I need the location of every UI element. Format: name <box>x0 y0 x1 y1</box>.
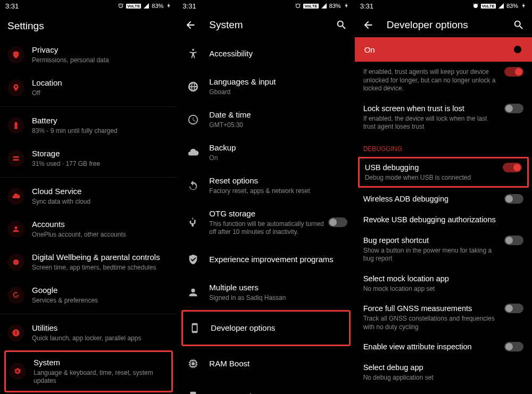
item-system[interactable]: SystemLanguage & keyboard, time, reset, … <box>6 352 171 391</box>
storage-icon <box>7 150 24 167</box>
memory-icon <box>185 355 202 372</box>
item-reset[interactable]: Reset optionsFactory reset, apps & netwo… <box>177 169 354 202</box>
item-experience[interactable]: Experience improvement programs <box>177 243 354 276</box>
clock-icon <box>185 111 202 128</box>
item-mock-location[interactable]: Select mock location appNo mock location… <box>355 269 532 298</box>
dev-list[interactable]: If enabled, trust agents will keep your … <box>355 62 532 394</box>
master-toggle[interactable] <box>503 45 522 54</box>
highlight-usb-debugging: USB debuggingDebug mode when USB is conn… <box>358 157 529 188</box>
item-developer-options[interactable]: Developer options <box>183 312 348 345</box>
item-lock-screen-trust[interactable]: Lock screen when trust is lostIf enabled… <box>355 98 532 137</box>
item-otg[interactable]: OTG storageThis function will be automat… <box>177 202 354 243</box>
master-toggle-row[interactable]: On <box>355 37 532 62</box>
item-battery[interactable]: Battery83% - 9 min until fully charged <box>0 109 177 142</box>
item-wireless-adb[interactable]: Wireless ADB debugging <box>355 189 532 209</box>
volte-badge: VoLTE <box>126 4 141 9</box>
app-bar: System <box>177 12 354 37</box>
item-select-debug-app[interactable]: Select debug appNo debug application set <box>355 357 532 387</box>
status-time: 3:31 <box>5 2 19 10</box>
status-bar: 3:31 VoLTE 83% <box>0 0 177 12</box>
item-location[interactable]: LocationOff <box>0 71 177 104</box>
svg-point-1 <box>192 49 194 51</box>
item-cloud[interactable]: Cloud ServiceSync data with cloud <box>0 180 177 213</box>
item-accessibility[interactable]: Accessibility <box>177 37 354 70</box>
app-bar: Developer options <box>355 12 532 37</box>
privacy-icon <box>7 46 24 63</box>
volte-badge: VoLTE <box>481 4 496 9</box>
back-button[interactable] <box>185 19 196 31</box>
lock-trust-toggle[interactable] <box>504 104 523 113</box>
status-right: VoLTE 83% <box>118 3 172 9</box>
cloud-icon <box>7 188 24 205</box>
status-bar: 3:31 VoLTE 83% <box>177 0 354 12</box>
item-revoke-usb[interactable]: Revoke USB debugging authorizations <box>355 209 532 230</box>
divider <box>0 177 177 178</box>
wellbeing-icon <box>7 254 24 271</box>
system-list[interactable]: Accessibility Languages & inputGboard Da… <box>177 37 354 394</box>
accessibility-icon <box>185 45 202 62</box>
panel-developer-options: 3:31 VoLTE 83% Developer options On If e… <box>355 0 532 394</box>
status-time: 3:31 <box>182 2 196 10</box>
signal-icon <box>143 3 149 9</box>
settings-list[interactable]: PrivacyPermissions, personal data Locati… <box>0 38 177 394</box>
item-wellbeing[interactable]: Digital Wellbeing & parental controlsScr… <box>0 246 177 279</box>
update-icon <box>185 388 202 394</box>
back-button[interactable] <box>362 19 374 31</box>
system-icon <box>9 363 26 380</box>
svg-point-0 <box>13 259 19 265</box>
page-title: Developer options <box>387 19 500 31</box>
item-backup[interactable]: BackupOn <box>177 136 354 169</box>
item-bug-report[interactable]: Bug report shortcutShow a button in the … <box>355 230 532 269</box>
bug-report-toggle[interactable] <box>504 236 523 245</box>
item-privacy[interactable]: PrivacyPermissions, personal data <box>0 38 177 71</box>
highlight-system: SystemLanguage & keyboard, time, reset, … <box>4 350 173 392</box>
status-right: VoLTE 83% <box>295 3 349 9</box>
item-google[interactable]: GoogleServices & preferences <box>0 279 177 312</box>
location-icon <box>7 79 24 96</box>
reset-icon <box>185 177 202 194</box>
panel-system: 3:31 VoLTE 83% System Accessibility Lang… <box>177 0 354 394</box>
item-ram-boost[interactable]: RAM Boost <box>177 347 354 380</box>
item-system-updates[interactable]: System updates <box>177 380 354 394</box>
battery-text: 83% <box>506 3 518 9</box>
status-time: 3:31 <box>360 2 373 10</box>
item-accounts[interactable]: AccountsOnePlus account, other accounts <box>0 213 177 246</box>
signal-icon <box>321 3 327 9</box>
charge-icon <box>520 3 527 9</box>
utilities-icon <box>7 324 24 341</box>
battery-icon <box>7 117 24 134</box>
page-title: System <box>209 19 322 31</box>
item-date-time[interactable]: Date & timeGMT+05:30 <box>177 103 354 136</box>
search-button[interactable] <box>513 19 525 31</box>
wireless-adb-toggle[interactable] <box>504 194 523 204</box>
otg-toggle[interactable] <box>328 217 347 227</box>
trust-agents-toggle[interactable] <box>504 67 523 77</box>
signal-icon <box>498 3 504 9</box>
phone-icon <box>186 320 203 337</box>
item-storage[interactable]: Storage31% used · 177 GB free <box>0 142 177 175</box>
shield-check-icon <box>185 251 202 268</box>
master-toggle-label: On <box>364 45 503 54</box>
search-button[interactable] <box>336 19 347 31</box>
item-utilities[interactable]: UtilitiesQuick launch, app locker, paral… <box>0 316 177 349</box>
view-attr-toggle[interactable] <box>504 342 523 351</box>
battery-text: 83% <box>329 3 341 9</box>
status-right: VoLTE 83% <box>472 3 527 9</box>
alarm-icon <box>295 3 301 9</box>
item-usb-debugging[interactable]: USB debuggingDebug mode when USB is conn… <box>360 158 527 186</box>
item-languages[interactable]: Languages & inputGboard <box>177 70 354 103</box>
page-title: Settings <box>0 12 177 38</box>
item-users[interactable]: Multiple usersSigned in as Sadiq Hassan <box>177 276 354 309</box>
usb-debugging-toggle[interactable] <box>503 163 522 172</box>
cloud-icon <box>185 144 202 161</box>
item-trust-agents[interactable]: If enabled, trust agents will keep your … <box>355 62 532 98</box>
charge-icon <box>343 3 350 9</box>
gnss-toggle[interactable] <box>504 304 523 313</box>
item-view-attr[interactable]: Enable view attribute inspection <box>355 337 532 357</box>
section-debugging: DEBUGGING <box>355 137 532 156</box>
usb-icon <box>185 214 202 231</box>
accounts-icon <box>7 221 24 238</box>
panel-settings: 3:31 VoLTE 83% Settings PrivacyPermissio… <box>0 0 177 394</box>
item-gnss[interactable]: Force full GNSS measurementsTrack all GN… <box>355 298 532 337</box>
charge-icon <box>165 3 172 9</box>
